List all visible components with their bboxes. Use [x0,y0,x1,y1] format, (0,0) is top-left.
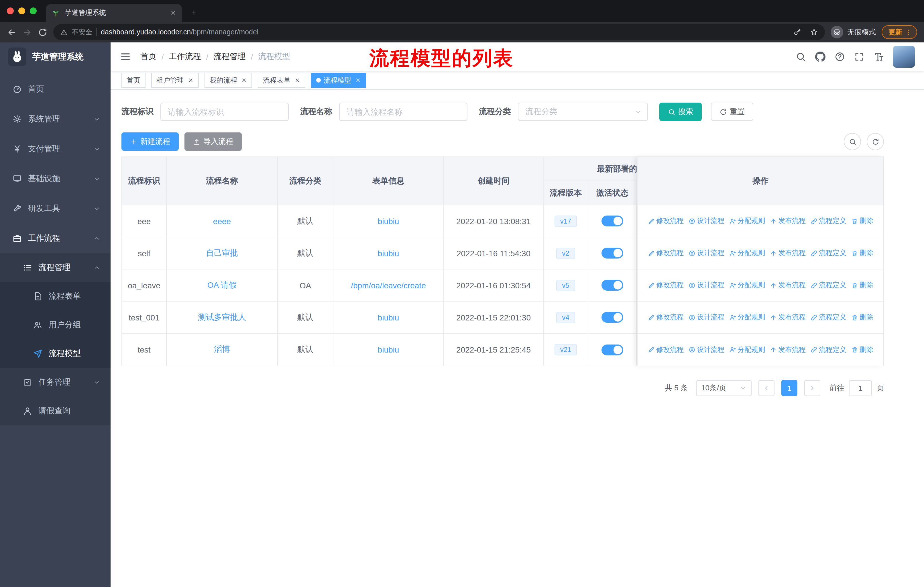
sidebar-item-system[interactable]: 系统管理 [0,104,111,134]
active-toggle[interactable] [602,312,623,323]
process-name-link[interactable]: 测试多审批人 [198,312,246,321]
breadcrumb-item[interactable]: 首页 [140,51,157,62]
form-link[interactable]: /bpm/oa/leave/create [351,281,426,290]
close-tag-icon[interactable] [294,78,300,83]
create-process-button[interactable]: 新建流程 [121,132,179,151]
search-button[interactable]: 搜索 [659,103,702,121]
form-link[interactable]: biubiu [378,345,399,354]
header-search-icon[interactable] [796,51,806,62]
tag-process-form[interactable]: 流程表单 [258,73,305,88]
row-action-design[interactable]: 设计流程 [688,216,724,226]
process-key-input[interactable] [160,103,289,121]
close-tag-icon[interactable] [355,78,361,83]
category-select[interactable]: 流程分类 [518,103,648,121]
row-action-delete[interactable]: 删除 [851,313,873,322]
active-toggle[interactable] [602,215,623,227]
app-logo[interactable]: 芋道管理系统 [0,42,111,71]
tag-tenant-management[interactable]: 租户管理 [151,73,199,88]
row-action-design[interactable]: 设计流程 [688,313,724,322]
breadcrumb-item[interactable]: 流程管理 [214,51,246,62]
row-action-design[interactable]: 设计流程 [688,280,724,290]
back-button[interactable] [7,27,16,37]
row-action-edit[interactable]: 修改流程 [648,248,684,258]
font-size-icon[interactable] [874,51,884,62]
process-name-link[interactable]: 滔博 [214,344,230,354]
form-link[interactable]: biubiu [378,248,399,258]
row-action-assign[interactable]: 分配规则 [729,248,765,258]
row-action-assign[interactable]: 分配规则 [729,313,765,322]
form-link[interactable]: biubiu [378,217,399,226]
row-action-definition[interactable]: 流程定义 [810,280,846,290]
row-action-edit[interactable]: 修改流程 [648,280,684,290]
active-toggle[interactable] [602,248,623,258]
row-action-delete[interactable]: 删除 [851,216,873,226]
window-close-button[interactable] [7,7,14,14]
fullscreen-icon[interactable] [854,51,865,62]
prev-page-button[interactable] [759,380,774,396]
tag-home[interactable]: 首页 [121,73,145,88]
sidebar-item-infrastructure[interactable]: 基础设施 [0,164,111,194]
browser-tab[interactable]: 芋道管理系统 [46,4,182,22]
passwords-key-icon[interactable] [794,28,802,36]
row-action-edit[interactable]: 修改流程 [648,216,684,226]
refresh-table-button[interactable] [867,133,884,150]
window-zoom-button[interactable] [30,7,37,14]
sidebar-item-user-group[interactable]: 用户分组 [0,311,111,339]
bookmark-star-icon[interactable] [810,28,818,36]
sidebar-item-process-form[interactable]: 流程表单 [0,282,111,311]
update-browser-button[interactable]: 更新 [882,25,917,39]
row-action-publish[interactable]: 发布流程 [770,280,806,290]
process-name-link[interactable]: OA 请假 [207,280,237,289]
tag-process-model[interactable]: 流程模型 [311,73,366,88]
import-process-button[interactable]: 导入流程 [185,132,242,151]
row-action-definition[interactable]: 流程定义 [810,313,846,322]
user-avatar[interactable] [893,46,915,68]
breadcrumb-item[interactable]: 工作流程 [169,51,201,62]
row-action-assign[interactable]: 分配规则 [729,216,765,226]
process-name-link[interactable]: eeee [213,217,231,226]
browser-menu-icon[interactable] [904,28,912,36]
sidebar-item-leave-query[interactable]: 请假查询 [0,397,111,425]
row-action-assign[interactable]: 分配规则 [729,280,765,290]
sidebar-item-home[interactable]: 首页 [0,74,111,104]
github-icon[interactable] [815,51,825,62]
row-action-design[interactable]: 设计流程 [688,345,724,355]
row-action-delete[interactable]: 删除 [851,280,873,290]
tag-my-process[interactable]: 我的流程 [205,73,252,88]
next-page-button[interactable] [804,380,820,396]
goto-page-input[interactable] [849,380,872,396]
address-bar[interactable]: 不安全 dashboard.yudao.iocoder.cn/bpm/manag… [53,24,825,40]
row-action-delete[interactable]: 删除 [851,345,873,355]
help-icon[interactable] [835,51,845,62]
row-action-publish[interactable]: 发布流程 [770,345,806,355]
close-tag-icon[interactable] [188,78,194,83]
reset-button[interactable]: 重置 [711,103,753,121]
row-action-definition[interactable]: 流程定义 [810,345,846,355]
sidebar-item-workflow[interactable]: 工作流程 [0,223,111,253]
sidebar-item-process-model[interactable]: 流程模型 [0,339,111,368]
current-page-button[interactable]: 1 [781,380,797,396]
sidebar-item-task-management[interactable]: 任务管理 [0,368,111,397]
hamburger-icon[interactable] [120,51,131,63]
page-size-select[interactable]: 10条/页 [696,380,752,396]
new-tab-button[interactable] [190,9,198,17]
active-toggle[interactable] [602,344,623,355]
window-minimize-button[interactable] [18,7,25,14]
reload-button[interactable] [38,27,48,37]
sidebar-item-process-management[interactable]: 流程管理 [0,253,111,282]
row-action-delete[interactable]: 删除 [851,248,873,258]
sidebar-item-devtools[interactable]: 研发工具 [0,194,111,223]
sidebar-item-payment[interactable]: 支付管理 [0,134,111,164]
row-action-publish[interactable]: 发布流程 [770,313,806,322]
row-action-definition[interactable]: 流程定义 [810,216,846,226]
row-action-publish[interactable]: 发布流程 [770,216,806,226]
row-action-design[interactable]: 设计流程 [688,248,724,258]
close-tag-icon[interactable] [241,78,247,83]
forward-button[interactable] [22,27,32,37]
toggle-search-button[interactable] [844,133,861,150]
row-action-edit[interactable]: 修改流程 [648,313,684,322]
process-name-link[interactable]: 自己审批 [206,248,238,257]
row-action-edit[interactable]: 修改流程 [648,345,684,355]
form-link[interactable]: biubiu [378,313,399,322]
tab-close-icon[interactable] [170,10,177,16]
